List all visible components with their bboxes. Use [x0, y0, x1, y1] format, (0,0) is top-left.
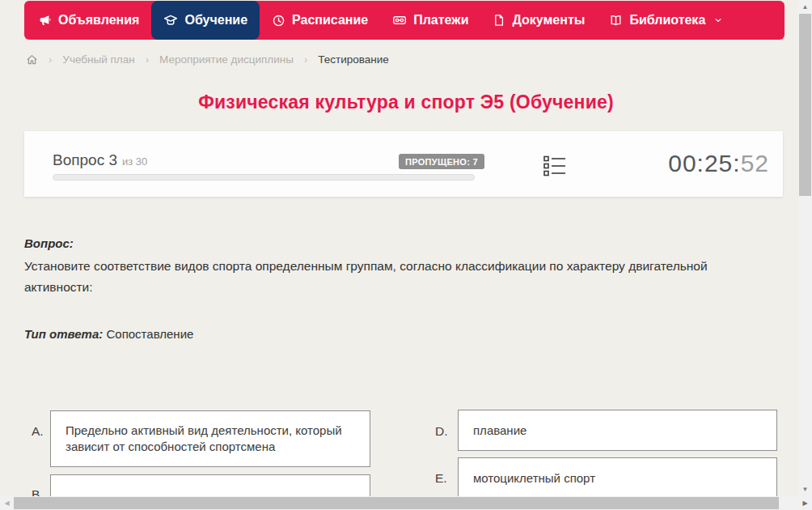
match-item-d[interactable]: плавание: [458, 410, 777, 451]
nav-item-library[interactable]: Библиотека: [597, 1, 735, 40]
question-total-label: из 30: [122, 155, 147, 168]
nav-item-label: Объявления: [58, 13, 139, 28]
page-title: Физическая культура и спорт Э5 (Обучение…: [0, 91, 812, 113]
match-letter-a: A.: [32, 424, 49, 439]
breadcrumb-separator: ›: [146, 53, 149, 66]
scroll-left-button[interactable]: ◀: [0, 496, 14, 510]
nav-item-label: Библиотека: [629, 13, 705, 28]
breadcrumb-discipline-event[interactable]: Мероприятие дисциплины: [159, 53, 294, 66]
scroll-down-button[interactable]: ▼: [798, 482, 812, 496]
match-item-e-text: мотоциклетный спорт: [473, 470, 595, 487]
timer: 00:25:52: [668, 150, 769, 177]
match-letter-d: D.: [435, 424, 453, 439]
question-number: Вопрос 3из 30: [53, 151, 147, 169]
clock-icon: [272, 14, 285, 28]
home-icon[interactable]: [26, 53, 38, 66]
payment-icon: [392, 13, 407, 28]
scroll-up-button[interactable]: ▲: [798, 0, 812, 14]
question-label: Вопрос:: [24, 236, 74, 250]
match-item-e[interactable]: мотоциклетный спорт: [458, 457, 777, 499]
match-item-a-text: Предельно активный вид деятельности, кот…: [66, 423, 358, 455]
progress-bar: [53, 174, 475, 181]
match-item-d-text: плавание: [473, 423, 527, 439]
document-icon: [493, 14, 505, 27]
chevron-down-icon: [713, 15, 723, 25]
megaphone-icon: [38, 14, 52, 28]
breadcrumb-study-plan[interactable]: Учебный план: [62, 53, 134, 66]
question-text: Установите соответствие видов спорта опр…: [24, 256, 713, 298]
nav-item-schedule[interactable]: Расписание: [260, 1, 380, 40]
nav-item-label: Расписание: [292, 13, 368, 28]
match-item-a[interactable]: Предельно активный вид деятельности, кот…: [50, 410, 370, 467]
graduation-cap-icon: [163, 13, 178, 28]
answer-type: Тип ответа: Сопоставление: [24, 327, 193, 341]
main-navbar: Объявления Обучение Расписание Платежи Д…: [24, 1, 785, 40]
skipped-badge: ПРОПУЩЕНО: 7: [399, 154, 484, 169]
question-list-button[interactable]: [543, 155, 568, 178]
breadcrumb: › Учебный план › Мероприятие дисциплины …: [26, 51, 389, 67]
answer-type-label: Тип ответа:: [24, 327, 103, 341]
breadcrumb-testing: Тестирование: [318, 53, 389, 66]
answer-type-value: Сопоставление: [106, 327, 193, 341]
horizontal-scrollbar[interactable]: ◀ ▶: [0, 496, 812, 510]
nav-item-label: Документы: [512, 13, 585, 28]
breadcrumb-separator: ›: [49, 53, 52, 66]
timer-hhmm: 00:25:: [668, 150, 740, 176]
question-number-label: Вопрос 3: [53, 151, 117, 168]
match-letter-e: E.: [435, 471, 453, 486]
vertical-scrollbar-thumb[interactable]: [799, 14, 811, 196]
vertical-scrollbar[interactable]: ▲ ▼: [798, 0, 812, 496]
nav-item-label: Платежи: [413, 13, 468, 28]
nav-item-label: Обучение: [184, 13, 247, 28]
timer-seconds: 52: [741, 150, 769, 176]
book-icon: [609, 14, 623, 28]
breadcrumb-separator: ›: [304, 53, 307, 66]
nav-item-training[interactable]: Обучение: [151, 1, 260, 40]
nav-item-payments[interactable]: Платежи: [380, 1, 480, 40]
horizontal-scrollbar-thumb[interactable]: [14, 497, 779, 509]
question-panel: Вопрос 3из 30 ПРОПУЩЕНО: 7 00:25:52: [24, 131, 783, 197]
scroll-right-button[interactable]: ▶: [798, 496, 812, 510]
nav-item-announcements[interactable]: Объявления: [26, 1, 151, 40]
nav-item-documents[interactable]: Документы: [480, 1, 597, 40]
